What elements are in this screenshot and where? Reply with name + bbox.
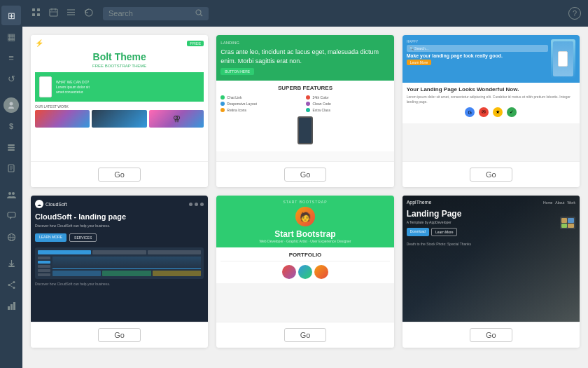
theme-grid: ⚡ FREE Bolt Theme FREE BOOTSTRAP THEME W… (31, 35, 580, 348)
theme-card-cloudsoft: ☁ CloudSoft CloudSoft - landing page Dis… (31, 196, 208, 348)
card-preview-blue: HAPFY 🔍 Search... Make your landing page… (402, 35, 580, 161)
sidebar-icon-history[interactable]: ↺ (1, 69, 21, 88)
landing-btn-secondary[interactable]: Learn More (431, 228, 458, 236)
help-button[interactable]: ? (568, 7, 581, 20)
svg-rect-23 (13, 302, 15, 310)
feature-dot-4 (306, 102, 310, 106)
green-cta-button[interactable]: BUTTON HERE (220, 68, 254, 75)
landing-subtitle: A Template by AppDeveloper (407, 220, 575, 224)
dark-primary-btn[interactable]: LEARN MORE (35, 233, 66, 242)
svg-rect-2 (8, 147, 15, 149)
landing-grid-cell-4 (568, 224, 574, 229)
landing-btn-primary[interactable]: Download (407, 228, 429, 236)
dark-dashboard (35, 247, 204, 279)
landing-title: Landing Page (407, 209, 575, 219)
dark-dash-sidebar (38, 257, 50, 276)
topbar-list-icon[interactable] (64, 6, 78, 21)
sidebar-icon-dollar[interactable]: $ (1, 116, 21, 136)
theme-grid-area: ⚡ FREE Bolt Theme FREE BOOTSTRAP THEME W… (22, 27, 588, 368)
card-preview-bootstrap: START BOOTSTRAP 🧑 Start Bootstrap Web De… (216, 196, 393, 322)
blue-content: Your Landing Page Looks Wonderful Now. L… (402, 83, 580, 123)
go-button-cloudsoft[interactable]: Go (98, 328, 141, 342)
card-preview-cloudsoft: ☁ CloudSoft CloudSoft - landing page Dis… (31, 196, 208, 322)
feature-label-2: 24th Color (312, 95, 328, 100)
bolt-theme-title: Bolt Theme (35, 51, 204, 62)
sidebar-icon-person[interactable] (1, 95, 21, 115)
theme-card-green: LANDING Cras ante leo, tincidunt ac lacu… (216, 35, 393, 187)
landing-grid-box (560, 217, 575, 229)
go-button-blue[interactable]: Go (470, 168, 512, 182)
dark-stat-3 (153, 271, 201, 276)
card-footer-blue: Go (402, 161, 580, 187)
theme-card-bootstrap: START BOOTSTRAP 🧑 Start Bootstrap Web De… (216, 196, 393, 348)
landing-nav-items: Home About Work (543, 200, 575, 205)
svg-line-36 (201, 14, 203, 16)
feature-dot-1 (220, 95, 225, 100)
sidebar-icon-share[interactable] (1, 275, 21, 294)
go-button-bolt[interactable]: Go (98, 168, 141, 182)
green-features: Chat Link 24th Color Responsive Layout (220, 95, 389, 112)
search-icon[interactable] (195, 9, 203, 18)
dark-dot-2 (195, 203, 198, 206)
go-button-bootstrap[interactable]: Go (284, 328, 327, 342)
dark-dot-3 (200, 203, 204, 206)
landing-grid-cell-3 (561, 224, 568, 229)
sidebar-icon-calendar[interactable]: ▦ (1, 27, 21, 46)
svg-point-35 (196, 10, 201, 15)
svg-line-19 (10, 282, 13, 284)
dark-secondary-btn[interactable]: SERVICES (69, 233, 97, 242)
sidebar-icon-download[interactable] (1, 254, 21, 273)
sidebar-icon-chat[interactable] (1, 206, 21, 226)
sidebar-icon-file[interactable] (1, 158, 21, 178)
dark-stat-2 (102, 271, 150, 276)
dark-btns: LEARN MORE SERVICES (35, 233, 204, 242)
bootstrap-avatars (220, 265, 389, 279)
topbar-history-icon[interactable] (82, 6, 96, 22)
dark-dash-content (38, 257, 201, 276)
blue-cta-btn[interactable]: Learn More (407, 60, 432, 65)
green-feature-6: Extra Class (306, 108, 389, 112)
landing-top-bar: ApplTheme Home About Work (407, 200, 575, 205)
dark-dash-header (38, 250, 201, 254)
bootstrap-portfolio-title: PORTFOLIO (220, 252, 389, 261)
bolt-img-3: ⚢ (149, 110, 204, 128)
landing-nav-item-1[interactable]: Home (543, 200, 552, 205)
sidebar-icon-chart[interactable] (1, 296, 21, 315)
search-input[interactable] (108, 9, 192, 18)
card-footer-bolt: Go (31, 161, 208, 187)
landing-nav-item-2[interactable]: About (555, 200, 564, 205)
svg-rect-28 (50, 9, 57, 16)
landing-nav-item-3[interactable]: Work (567, 200, 575, 205)
go-button-landing[interactable]: Go (470, 328, 512, 342)
blue-header-label: HAPFY (407, 39, 548, 43)
topbar-calendar-icon[interactable] (47, 6, 60, 21)
sidebar: ⊞ ▦ ≡ ↺ $ (0, 0, 22, 368)
svg-rect-1 (8, 144, 15, 146)
topbar-grid-icon[interactable] (29, 6, 43, 21)
card-preview-landing: ApplTheme Home About Work Landing Page A… (402, 196, 580, 322)
bootstrap-avatar-3 (314, 265, 328, 279)
blue-header: HAPFY 🔍 Search... Make your landing page… (402, 35, 580, 83)
sidebar-icon-layers[interactable] (1, 137, 21, 157)
go-button-green[interactable]: Go (284, 168, 327, 182)
landing-logo-text: ApplTheme (407, 200, 432, 205)
landing-content: ApplTheme Home About Work Landing Page A… (402, 196, 580, 250)
blue-icons-row: G ✉ ★ ✓ (407, 107, 575, 117)
theme-card-landing: ApplTheme Home About Work Landing Page A… (402, 196, 580, 348)
landing-grid-cell-2 (568, 218, 574, 223)
sidebar-icon-globe[interactable] (1, 227, 21, 247)
sidebar-icon-users[interactable] (1, 185, 21, 205)
main-content: ? ⚡ FREE Bolt Theme FREE BOOTSTRAP THEME (22, 0, 588, 368)
sidebar-icon-list[interactable]: ≡ (1, 48, 21, 67)
svg-rect-10 (8, 212, 15, 217)
dark-dash-block-2 (92, 250, 146, 254)
svg-point-17 (13, 281, 15, 283)
dark-subtitle: Discover how CloudSoft can help your bus… (35, 224, 204, 228)
green-feature-1: Chat Link (220, 95, 304, 100)
search-box (103, 7, 209, 20)
sidebar-icon-grid[interactable]: ⊞ (1, 6, 21, 25)
dark-dash-chart (52, 257, 201, 269)
blue-content-title: Your Landing Page Looks Wonderful Now. (407, 86, 575, 93)
blue-circle-mail: ✉ (479, 107, 489, 117)
feature-dot-3 (220, 102, 225, 106)
